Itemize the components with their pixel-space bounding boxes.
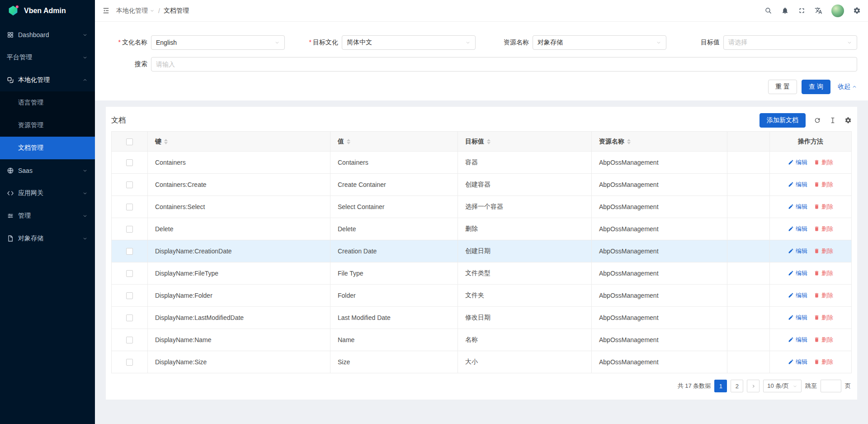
- row-checkbox[interactable]: [126, 181, 133, 188]
- table-row: DisplayName:FileTypeFile Type文件类型AbpOssM…: [112, 262, 852, 285]
- delete-icon: [814, 248, 820, 254]
- delete-link[interactable]: 删除: [814, 269, 833, 277]
- edit-link[interactable]: 编辑: [788, 181, 807, 189]
- sidebar-subitem[interactable]: 资源管理: [0, 114, 95, 137]
- delete-link[interactable]: 删除: [814, 336, 833, 344]
- sort-icon[interactable]: [164, 139, 168, 144]
- sort-icon[interactable]: [487, 139, 491, 144]
- row-checkbox[interactable]: [126, 248, 133, 255]
- sort-icon[interactable]: [627, 139, 631, 144]
- collapse-toggle[interactable]: 收起: [838, 83, 857, 91]
- cell-checkbox: [112, 152, 148, 174]
- delete-link[interactable]: 删除: [814, 158, 833, 167]
- localization-icon: [7, 76, 14, 84]
- fullscreen-icon[interactable]: [798, 7, 806, 14]
- sidebar-item[interactable]: 平台管理: [0, 46, 95, 69]
- edit-link[interactable]: 编辑: [788, 314, 807, 322]
- column-label: 资源名称: [599, 138, 624, 146]
- row-checkbox[interactable]: [126, 204, 133, 210]
- logo[interactable]: Vben Admin: [0, 0, 95, 22]
- row-checkbox[interactable]: [126, 292, 133, 299]
- column-header-value[interactable]: 值: [330, 132, 458, 152]
- field-label: *文化名称: [106, 38, 151, 47]
- edit-link[interactable]: 编辑: [788, 225, 807, 233]
- settings-icon[interactable]: [853, 7, 861, 14]
- page-button-1[interactable]: 1: [714, 380, 727, 392]
- culture-name-select[interactable]: English: [151, 35, 285, 50]
- sidebar-item[interactable]: 管理: [0, 205, 95, 227]
- sidebar-item[interactable]: 本地化管理: [0, 69, 95, 91]
- search-label: 搜索: [106, 60, 151, 68]
- delete-link[interactable]: 删除: [814, 225, 833, 233]
- query-button[interactable]: 查 询: [802, 80, 830, 94]
- add-document-button[interactable]: 添加新文档: [760, 113, 806, 128]
- bell-icon[interactable]: [781, 7, 789, 14]
- cell-value: Name: [330, 329, 458, 351]
- column-height-icon[interactable]: [829, 117, 836, 124]
- cell-checkbox: [112, 285, 148, 307]
- cell-key: DisplayName:Size: [148, 351, 330, 373]
- edit-icon: [788, 314, 794, 320]
- sidebar-item[interactable]: 应用网关: [0, 182, 95, 205]
- row-checkbox[interactable]: [126, 159, 133, 166]
- row-checkbox[interactable]: [126, 314, 133, 321]
- cell-actions: 编辑删除: [770, 285, 852, 307]
- sidebar-subitem[interactable]: 语言管理: [0, 91, 95, 114]
- edit-link[interactable]: 编辑: [788, 247, 807, 255]
- delete-link[interactable]: 删除: [814, 314, 833, 322]
- select-all-checkbox[interactable]: [126, 138, 133, 145]
- row-checkbox[interactable]: [126, 226, 133, 233]
- reset-button[interactable]: 重 置: [768, 80, 797, 94]
- delete-link[interactable]: 删除: [814, 358, 833, 366]
- cell-resource-name: AbpOssManagement: [592, 329, 727, 351]
- cell-target-value: 创建容器: [458, 174, 592, 196]
- column-header-resource-name[interactable]: 资源名称: [592, 132, 727, 152]
- row-checkbox[interactable]: [126, 359, 133, 366]
- target-culture-select[interactable]: 简体中文: [342, 35, 476, 50]
- page-button-2[interactable]: 2: [731, 380, 743, 392]
- sidebar-item-label: Saas: [18, 167, 82, 174]
- search-input[interactable]: [151, 57, 857, 71]
- avatar[interactable]: [831, 5, 844, 17]
- sidebar-item[interactable]: Dashboard: [0, 24, 95, 46]
- resource-name-select[interactable]: 对象存储: [533, 35, 666, 50]
- row-checkbox[interactable]: [126, 337, 133, 343]
- sidebar-subitem[interactable]: 文档管理: [0, 137, 95, 159]
- column-header-key[interactable]: 键: [148, 132, 330, 152]
- cell-resource-name: AbpOssManagement: [592, 307, 727, 329]
- column-label: 操作方法: [798, 138, 823, 146]
- table-settings-icon[interactable]: [844, 117, 852, 124]
- search-icon[interactable]: [764, 7, 772, 14]
- cell-spacer: [727, 218, 770, 240]
- delete-link[interactable]: 删除: [814, 247, 833, 255]
- cell-spacer: [727, 285, 770, 307]
- column-header-target-value[interactable]: 目标值: [458, 132, 592, 152]
- column-label: 值: [338, 138, 344, 146]
- edit-link[interactable]: 编辑: [788, 203, 807, 211]
- refresh-icon[interactable]: [814, 117, 821, 124]
- cell-actions: 编辑删除: [770, 240, 852, 262]
- cell-target-value: 名称: [458, 329, 592, 351]
- target-value-select[interactable]: 请选择: [723, 35, 857, 50]
- delete-link[interactable]: 删除: [814, 291, 833, 300]
- sort-icon[interactable]: [347, 139, 350, 144]
- page-size-select[interactable]: 10 条/页: [763, 380, 802, 392]
- next-page-button[interactable]: [747, 380, 760, 392]
- translate-icon[interactable]: [815, 7, 822, 14]
- sidebar-item[interactable]: Saas: [0, 159, 95, 182]
- cell-target-value: 修改日期: [458, 307, 592, 329]
- breadcrumb-parent[interactable]: 本地化管理: [116, 7, 155, 15]
- delete-label: 删除: [821, 225, 833, 233]
- row-checkbox[interactable]: [126, 270, 133, 277]
- cell-target-value: 文件夹: [458, 285, 592, 307]
- jump-page-input[interactable]: [821, 380, 841, 392]
- menu-fold-icon[interactable]: [102, 7, 110, 14]
- edit-link[interactable]: 编辑: [788, 336, 807, 344]
- edit-link[interactable]: 编辑: [788, 269, 807, 277]
- sidebar-item[interactable]: 对象存储: [0, 227, 95, 250]
- delete-link[interactable]: 删除: [814, 203, 833, 211]
- edit-link[interactable]: 编辑: [788, 358, 807, 366]
- delete-link[interactable]: 删除: [814, 181, 833, 189]
- edit-link[interactable]: 编辑: [788, 158, 807, 167]
- edit-link[interactable]: 编辑: [788, 291, 807, 300]
